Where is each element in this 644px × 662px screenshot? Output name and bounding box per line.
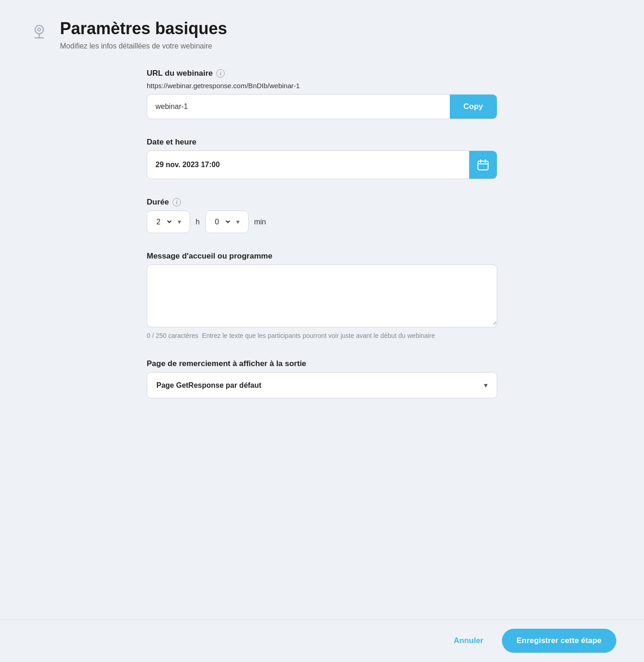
url-field-label: URL du webinaire i xyxy=(147,69,497,78)
thankyou-select[interactable]: Page GetResponse par défaut ▾ xyxy=(147,372,497,398)
header-text-block: Paramètres basiques Modifiez les infos d… xyxy=(60,18,227,50)
url-info-icon[interactable]: i xyxy=(216,69,225,78)
thankyou-select-value: Page GetResponse par défaut xyxy=(156,381,262,390)
minutes-select[interactable]: 0 15 30 45 xyxy=(213,217,232,226)
hours-select-box[interactable]: 1 2 3 4 5 6 ▼ xyxy=(147,211,190,233)
thankyou-chevron-icon: ▾ xyxy=(484,381,488,390)
hours-select[interactable]: 1 2 3 4 5 6 xyxy=(155,217,173,226)
save-button[interactable]: Enregistrer cette étape xyxy=(502,629,616,653)
page-subtitle: Modifiez les infos détaillées de votre w… xyxy=(60,42,227,50)
calendar-button[interactable] xyxy=(469,151,497,179)
svg-rect-4 xyxy=(478,161,488,170)
duration-row: 1 2 3 4 5 6 ▼ h 0 15 30 45 xyxy=(147,211,497,233)
char-count-hint: 0 / 250 caractères Entrez le texte que l… xyxy=(147,331,497,341)
footer-bar: Annuler Enregistrer cette étape xyxy=(0,619,644,662)
message-textarea-wrapper xyxy=(147,265,497,327)
thankyou-field-group: Page de remerciement à afficher à la sor… xyxy=(147,359,497,398)
hours-unit: h xyxy=(196,218,200,226)
svg-point-0 xyxy=(35,25,43,34)
date-input-wrapper xyxy=(147,150,497,179)
date-input[interactable] xyxy=(147,152,469,177)
url-input-wrapper: Copy xyxy=(147,94,497,119)
message-field-label: Message d'accueil ou programme xyxy=(147,252,497,261)
page-header: Paramètres basiques Modifiez les infos d… xyxy=(28,18,616,50)
message-textarea[interactable] xyxy=(147,265,497,325)
date-field-label: Date et heure xyxy=(147,138,497,147)
message-hint: Entrez le texte que les participants pou… xyxy=(202,332,435,339)
duration-field-label: Durée i xyxy=(147,198,497,207)
char-count: 0 / 250 caractères xyxy=(147,332,198,339)
copy-button[interactable]: Copy xyxy=(450,95,497,119)
url-display: https://webinar.getresponse.com/BnDIb/we… xyxy=(147,82,497,90)
cancel-button[interactable]: Annuler xyxy=(445,630,493,652)
duration-field-group: Durée i 1 2 3 4 5 6 ▼ h xyxy=(147,198,497,233)
thankyou-field-label: Page de remerciement à afficher à la sor… xyxy=(147,359,497,368)
minutes-select-box[interactable]: 0 15 30 45 ▼ xyxy=(205,211,249,233)
page-title: Paramètres basiques xyxy=(60,18,227,38)
webinar-icon xyxy=(28,20,51,43)
minutes-unit: min xyxy=(254,218,266,226)
hours-chevron-icon: ▼ xyxy=(177,219,182,225)
duration-info-icon[interactable]: i xyxy=(173,198,181,206)
url-input[interactable] xyxy=(147,95,450,119)
form-section: URL du webinaire i https://webinar.getre… xyxy=(147,69,497,398)
url-field-group: URL du webinaire i https://webinar.getre… xyxy=(147,69,497,119)
date-field-group: Date et heure xyxy=(147,138,497,179)
minutes-chevron-icon: ▼ xyxy=(235,219,241,225)
message-field-group: Message d'accueil ou programme 0 / 250 c… xyxy=(147,252,497,341)
svg-point-1 xyxy=(38,28,41,31)
